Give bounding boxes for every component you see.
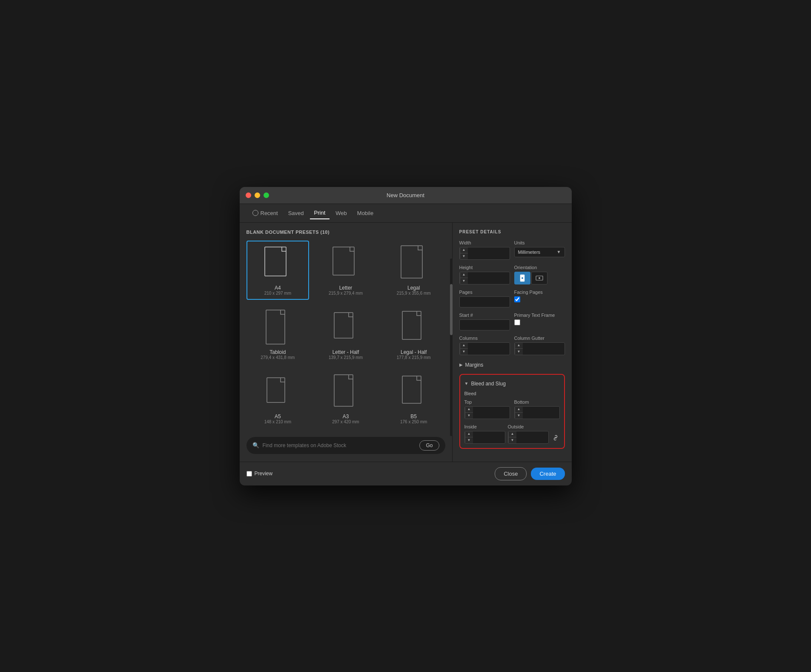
tab-print[interactable]: Print bbox=[310, 207, 330, 219]
maximize-window-button[interactable] bbox=[264, 192, 269, 198]
bleed-top-label: Top bbox=[464, 399, 510, 405]
bleed-inside-input[interactable]: 3 mm bbox=[473, 432, 505, 442]
margins-toggle[interactable]: ▶ Margins bbox=[459, 360, 565, 370]
units-select[interactable]: Millimeters ▼ bbox=[514, 247, 565, 257]
a3-size: 297 x 420 mm bbox=[332, 419, 359, 424]
width-input[interactable]: 210 mm bbox=[468, 248, 510, 258]
preset-letter-half[interactable]: Letter - Half 139,7 x 215,9 mm bbox=[314, 305, 377, 364]
height-up-button[interactable]: ▲ bbox=[460, 272, 468, 278]
go-button[interactable]: Go bbox=[419, 440, 439, 451]
columns-input[interactable]: 1 bbox=[468, 344, 510, 354]
tab-mobile[interactable]: Mobile bbox=[353, 207, 378, 219]
search-icon: 🔍 bbox=[252, 442, 259, 448]
b5-size: 176 x 250 mm bbox=[400, 419, 427, 424]
search-bar: 🔍 Go bbox=[246, 437, 445, 454]
height-input-wrap: ▲ ▼ 297 mm bbox=[459, 272, 510, 284]
orientation-buttons bbox=[514, 272, 565, 284]
bleed-label: Bleed bbox=[464, 391, 560, 396]
b5-name: B5 bbox=[410, 414, 417, 419]
a3-icon bbox=[331, 373, 361, 411]
height-down-button[interactable]: ▼ bbox=[460, 278, 468, 284]
bleed-top-input-wrap: ▲ ▼ 3 mm bbox=[464, 406, 510, 419]
bleed-inside-up-button[interactable]: ▲ bbox=[465, 431, 473, 437]
bleed-bottom-spinners: ▲ ▼ bbox=[515, 407, 523, 419]
margins-label: Margins bbox=[465, 362, 484, 368]
new-document-window: New Document Recent Saved Print Web Mobi… bbox=[240, 187, 572, 485]
bleed-slug-toggle[interactable]: ▼ Bleed and Slug bbox=[464, 379, 560, 388]
preview-checkbox[interactable] bbox=[246, 471, 252, 477]
ptf-label: Primary Text Frame bbox=[514, 313, 565, 318]
bleed-top-down-button[interactable]: ▼ bbox=[465, 413, 473, 419]
width-down-button[interactable]: ▼ bbox=[460, 253, 468, 259]
gutter-down-button[interactable]: ▼ bbox=[515, 349, 523, 355]
height-input[interactable]: 297 mm bbox=[468, 273, 510, 283]
svg-point-12 bbox=[539, 277, 540, 279]
scrollbar-track[interactable] bbox=[450, 258, 453, 436]
preset-a4[interactable]: A4 210 x 297 mm bbox=[246, 241, 309, 300]
letter-half-icon bbox=[331, 309, 361, 347]
portrait-button[interactable] bbox=[514, 272, 530, 284]
gutter-up-button[interactable]: ▲ bbox=[515, 343, 523, 349]
bleed-top-up-button[interactable]: ▲ bbox=[465, 407, 473, 413]
tab-web[interactable]: Web bbox=[331, 207, 351, 219]
bleed-bottom-input[interactable]: 3 mm bbox=[523, 408, 559, 418]
preview-label: Preview bbox=[255, 471, 273, 477]
ptf-checkbox[interactable] bbox=[514, 319, 520, 325]
columns-down-button[interactable]: ▼ bbox=[460, 349, 468, 355]
pages-input[interactable]: 1 bbox=[460, 297, 510, 307]
scrollbar-thumb[interactable] bbox=[450, 284, 453, 335]
bleed-bottom-down-button[interactable]: ▼ bbox=[515, 413, 523, 419]
preset-legal-half[interactable]: Legal - Half 177,8 x 215,9 mm bbox=[382, 305, 445, 364]
tab-recent[interactable]: Recent bbox=[248, 207, 282, 219]
legal-icon bbox=[399, 245, 429, 282]
svg-rect-3 bbox=[266, 310, 285, 344]
create-button[interactable]: Create bbox=[531, 468, 565, 480]
columns-group: Columns ▲ ▼ 1 bbox=[459, 336, 510, 355]
bleed-slug-section: ▼ Bleed and Slug Bleed Top ▲ ▼ 3 mm bbox=[459, 374, 565, 449]
width-input-wrap: ▲ ▼ 210 mm bbox=[459, 247, 510, 260]
bleed-outside-input[interactable]: 3 mm bbox=[516, 432, 548, 442]
preset-a5[interactable]: A5 148 x 210 mm bbox=[246, 369, 309, 428]
legal-size: 215,9 x 355,6 mm bbox=[397, 291, 431, 296]
width-up-button[interactable]: ▲ bbox=[460, 247, 468, 253]
a5-size: 148 x 210 mm bbox=[264, 419, 291, 424]
bleed-top-input[interactable]: 3 mm bbox=[473, 408, 510, 418]
preset-b5[interactable]: B5 176 x 250 mm bbox=[382, 369, 445, 428]
bleed-bottom-up-button[interactable]: ▲ bbox=[515, 407, 523, 413]
gutter-input[interactable]: 4,233 mm bbox=[523, 344, 565, 354]
start-group: Start # 1 bbox=[459, 313, 510, 330]
facing-pages-checkbox[interactable] bbox=[514, 296, 520, 302]
window-title: New Document bbox=[387, 192, 424, 198]
bleed-inside-down-button[interactable]: ▼ bbox=[465, 437, 473, 443]
bleed-outside-down-button[interactable]: ▼ bbox=[509, 437, 516, 443]
preset-tabloid[interactable]: Tabloid 279,4 x 431,8 mm bbox=[246, 305, 309, 364]
a4-name: A4 bbox=[275, 285, 281, 291]
presets-grid: A4 210 x 297 mm Letter 215,9 x 279,4 mm bbox=[246, 241, 445, 428]
close-button[interactable]: Close bbox=[495, 467, 527, 480]
bleed-bottom-label: Bottom bbox=[514, 399, 560, 405]
landscape-button[interactable] bbox=[531, 272, 547, 284]
landscape-icon bbox=[536, 275, 543, 281]
preset-a3[interactable]: A3 297 x 420 mm bbox=[314, 369, 377, 428]
height-group: Height ▲ ▼ 297 mm bbox=[459, 265, 510, 284]
letter-name: Letter bbox=[339, 285, 352, 291]
columns-up-button[interactable]: ▲ bbox=[460, 343, 468, 349]
units-group: Units Millimeters ▼ bbox=[514, 240, 565, 260]
minimize-window-button[interactable] bbox=[255, 192, 260, 198]
columns-gutter-row: Columns ▲ ▼ 1 Column Gutter ▲ ▼ bbox=[459, 336, 565, 355]
start-input[interactable]: 1 bbox=[460, 320, 510, 330]
preset-letter[interactable]: Letter 215,9 x 279,4 mm bbox=[314, 241, 377, 300]
bleed-outside-up-button[interactable]: ▲ bbox=[509, 431, 516, 437]
search-input[interactable] bbox=[263, 442, 416, 448]
tab-saved[interactable]: Saved bbox=[284, 207, 308, 219]
height-label: Height bbox=[459, 265, 510, 270]
units-value: Millimeters bbox=[518, 250, 541, 255]
width-group: Width ▲ ▼ 210 mm bbox=[459, 240, 510, 260]
link-icon[interactable] bbox=[551, 434, 560, 442]
portrait-icon bbox=[519, 274, 525, 282]
preset-legal[interactable]: Legal 215,9 x 355,6 mm bbox=[382, 241, 445, 300]
a4-size: 210 x 297 mm bbox=[264, 291, 291, 296]
pages-label: Pages bbox=[459, 290, 510, 295]
clock-icon bbox=[252, 210, 258, 216]
close-window-button[interactable] bbox=[246, 192, 251, 198]
